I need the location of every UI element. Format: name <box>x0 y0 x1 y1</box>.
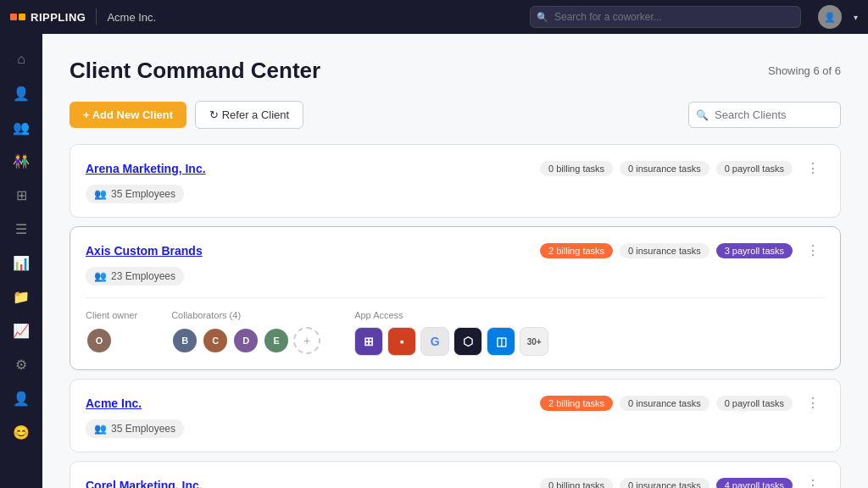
apps-icon: ⊞ <box>16 187 27 203</box>
search-clients[interactable]: 🔍 <box>688 102 841 128</box>
showing-count: Showing 6 of 6 <box>768 64 841 77</box>
owner-label: Client owner <box>86 310 137 320</box>
app-icons-row: ⊞▪G⬡◫30+ <box>354 327 548 356</box>
employee-label: 35 Employees <box>111 423 175 435</box>
client-card: Acme Inc. 2 billing tasks 0 insurance ta… <box>70 379 841 452</box>
analytics-icon: 📈 <box>13 323 30 339</box>
refer-client-button[interactable]: ↻ Refer a Client <box>195 101 303 129</box>
people-icon: 👥 <box>94 188 107 200</box>
global-search[interactable]: 🔍 <box>530 6 801 28</box>
avatar[interactable]: 👤 <box>818 5 842 29</box>
client-card: Arena Marketing, Inc. 0 billing tasks 0 … <box>70 144 841 218</box>
list-icon: ☰ <box>15 221 27 237</box>
sidebar-item-groups[interactable]: 👫 <box>6 146 36 176</box>
search-clients-input[interactable] <box>688 102 841 128</box>
client-card-top: Axis Custom Brands 2 billing tasks 0 ins… <box>86 241 825 260</box>
main-content: Client Command Center Showing 6 of 6 + A… <box>42 34 868 488</box>
badge-group: 0 billing tasks 0 insurance tasks 4 payr… <box>540 478 793 489</box>
sidebar-item-add-user[interactable]: 👤 <box>6 383 36 413</box>
context-menu-button[interactable]: ⋮ <box>801 158 825 178</box>
nav-divider <box>96 8 97 25</box>
collaborator-avatar: C <box>202 327 229 354</box>
add-collaborator-button[interactable]: + <box>293 327 320 354</box>
collaborator-avatar: B <box>171 327 198 354</box>
global-search-input[interactable] <box>530 6 801 28</box>
client-name[interactable]: Axis Custom Brands <box>86 244 531 258</box>
sidebar-item-home[interactable]: ⌂ <box>6 44 36 75</box>
client-name[interactable]: Acme Inc. <box>86 396 531 410</box>
page-header: Client Command Center Showing 6 of 6 <box>70 58 841 84</box>
page-title: Client Command Center <box>70 58 320 84</box>
sidebar-item-settings[interactable]: ⚙ <box>6 349 36 380</box>
owner-avatar: O <box>86 327 113 354</box>
app-icon[interactable]: G <box>420 327 449 356</box>
expanded-section: Client owner O Collaborators (4) BCDE+ A… <box>86 297 825 356</box>
payroll-badge: 0 payroll tasks <box>716 396 793 411</box>
app-icon-more: 30+ <box>520 327 548 356</box>
insurance-badge: 0 insurance tasks <box>620 243 709 258</box>
app-icon[interactable]: ◫ <box>487 327 515 356</box>
sidebar-item-people[interactable]: 👤 <box>6 78 36 108</box>
payroll-badge: 3 payroll tasks <box>716 243 793 258</box>
people-icon: 👥 <box>94 423 107 435</box>
groups-icon: 👫 <box>13 153 30 169</box>
people-icon: 👥 <box>94 270 107 282</box>
billing-badge: 2 billing tasks <box>540 396 613 411</box>
home-icon: ⌂ <box>17 52 25 67</box>
employee-count: 👥 35 Employees <box>86 185 184 203</box>
collaborators-label: Collaborators (4) <box>171 310 320 320</box>
search-clients-icon: 🔍 <box>696 109 709 121</box>
billing-badge: 0 billing tasks <box>540 161 613 176</box>
client-name[interactable]: Arena Marketing, Inc. <box>86 162 531 175</box>
rippling-logo: RIPPLING <box>10 11 86 24</box>
owner-avatar-row: O <box>86 327 137 354</box>
folder-icon: 📁 <box>13 289 30 305</box>
context-menu-button[interactable]: ⋮ <box>801 475 825 488</box>
employee-count: 👥 35 Employees <box>86 419 184 438</box>
sidebar-item-profile[interactable]: 😊 <box>6 417 36 447</box>
collaborators-avatar-row: BCDE+ <box>171 327 320 354</box>
client-list: Arena Marketing, Inc. 0 billing tasks 0 … <box>70 144 841 488</box>
sidebar-item-analytics[interactable]: 📈 <box>6 315 36 346</box>
sidebar-item-apps[interactable]: ⊞ <box>6 180 36 210</box>
employee-label: 23 Employees <box>111 270 175 282</box>
client-name[interactable]: Corel Marketing, Inc. <box>86 479 531 489</box>
sidebar-item-list[interactable]: ☰ <box>6 214 36 244</box>
insurance-badge: 0 insurance tasks <box>620 161 709 176</box>
toolbar: + Add New Client ↻ Refer a Client 🔍 <box>70 101 841 129</box>
badge-group: 2 billing tasks 0 insurance tasks 3 payr… <box>540 243 793 258</box>
app-icon[interactable]: ⬡ <box>453 327 482 356</box>
context-menu-button[interactable]: ⋮ <box>801 393 825 413</box>
add-user-icon: 👤 <box>13 391 30 407</box>
sidebar-item-chart[interactable]: 📊 <box>6 247 36 278</box>
billing-badge: 2 billing tasks <box>540 243 613 258</box>
app-icon[interactable]: ▪ <box>387 327 416 356</box>
chart-icon: 📊 <box>13 255 30 271</box>
app-access-label: App Access <box>354 310 548 320</box>
billing-badge: 0 billing tasks <box>540 478 613 489</box>
client-card: Corel Marketing, Inc. 0 billing tasks 0 … <box>70 461 841 488</box>
main-layout: ⌂ 👤 👥 👫 ⊞ ☰ 📊 📁 📈 ⚙ 👤 <box>0 34 868 488</box>
payroll-badge: 0 payroll tasks <box>716 161 793 176</box>
context-menu-button[interactable]: ⋮ <box>801 241 825 260</box>
collaborator-avatar: E <box>263 327 290 354</box>
profile-icon: 😊 <box>13 424 30 441</box>
client-card: Axis Custom Brands 2 billing tasks 0 ins… <box>70 226 841 370</box>
add-new-client-button[interactable]: + Add New Client <box>70 102 186 128</box>
search-icon: 🔍 <box>537 12 548 23</box>
badge-group: 2 billing tasks 0 insurance tasks 0 payr… <box>540 396 793 411</box>
app-icon[interactable]: ⊞ <box>354 327 383 356</box>
top-navigation: RIPPLING Acme Inc. 🔍 👤 ▾ <box>0 0 868 34</box>
company-name: Acme Inc. <box>107 11 156 24</box>
sidebar-item-folder[interactable]: 📁 <box>6 281 36 312</box>
sidebar: ⌂ 👤 👥 👫 ⊞ ☰ 📊 📁 📈 ⚙ 👤 <box>0 34 42 488</box>
client-owner-section: Client owner O <box>86 310 137 356</box>
insurance-badge: 0 insurance tasks <box>620 478 709 489</box>
sidebar-item-team[interactable]: 👥 <box>6 112 36 142</box>
client-card-top: Arena Marketing, Inc. 0 billing tasks 0 … <box>86 158 825 178</box>
team-icon: 👥 <box>13 119 30 136</box>
settings-icon: ⚙ <box>15 357 27 373</box>
client-card-top: Corel Marketing, Inc. 0 billing tasks 0 … <box>86 475 825 488</box>
collaborator-avatar: D <box>232 327 259 354</box>
badge-group: 0 billing tasks 0 insurance tasks 0 payr… <box>540 161 793 176</box>
